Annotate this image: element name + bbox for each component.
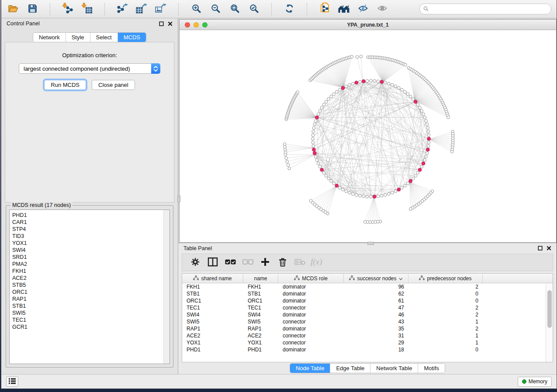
network-document-button[interactable] [318,3,331,16]
mcds-node[interactable] [422,162,425,165]
mcds-result-item[interactable]: SWI4 [12,247,170,254]
table-cell[interactable]: 0 [408,291,483,297]
mcds-result-item[interactable]: SWI5 [12,309,170,316]
column-header-name[interactable]: name [243,274,278,283]
table-cell[interactable]: ACE2 [182,333,243,339]
refresh-network-button[interactable] [283,3,296,16]
delete-column-button[interactable] [274,256,291,269]
table-cell[interactable]: FKH1 [182,284,243,290]
table-cell[interactable]: RAP1 [243,326,278,332]
mcds-node[interactable] [414,100,417,103]
run-mcds-button[interactable]: Run MCDS [44,80,86,90]
table-cell[interactable]: 61 [344,298,408,304]
save-session-button[interactable] [26,3,39,16]
table-cell[interactable]: YOX1 [243,340,278,346]
mcds-result-item[interactable]: CAR1 [12,219,170,226]
table-cell[interactable]: connector [278,340,344,346]
mcds-node[interactable] [397,188,401,191]
mcds-node[interactable] [313,151,316,155]
mcds-node[interactable] [380,80,384,84]
import-table-button[interactable] [80,3,93,16]
table-cell[interactable]: TEC1 [182,305,243,311]
table-row[interactable]: RAP1RAP1dominator352 [182,325,553,332]
zoom-in-button[interactable] [190,3,203,16]
table-cell[interactable]: dominator [278,326,344,332]
close-panel-icon[interactable] [168,21,173,26]
table-cell[interactable]: dominator [278,298,344,304]
table-cell[interactable]: dominator [278,284,344,290]
mcds-node[interactable] [312,148,316,151]
table-cell[interactable]: SWI5 [182,319,243,325]
search-input[interactable] [431,6,547,13]
zoom-fit-button[interactable] [228,3,241,16]
mcds-result-item[interactable]: YOX1 [12,240,170,247]
mcds-node[interactable] [355,81,358,84]
table-cell[interactable]: 1 [408,340,483,346]
mcds-node[interactable] [362,79,365,83]
export-network-button[interactable] [116,3,129,16]
mcds-result-item[interactable]: STB5 [12,282,170,289]
table-row[interactable]: SWI4SWI4dominator462 [182,311,553,318]
mcds-result-item[interactable]: PMA2 [12,261,170,268]
table-row[interactable]: SWI5SWI5connector431 [182,318,553,325]
tab-style[interactable]: Style [66,33,90,42]
zoom-out-button[interactable] [209,3,222,16]
table-row[interactable]: PHD1PHD1dominator180 [182,346,553,353]
table-row[interactable]: TEC1TEC1connector472 [182,304,553,311]
mcds-node[interactable] [335,184,339,187]
network-canvas[interactable] [180,30,556,242]
deselect-all-columns-button[interactable] [239,256,256,269]
export-table-button[interactable] [135,3,148,16]
close-window-icon[interactable] [185,22,190,28]
table-cell[interactable]: connector [278,305,344,311]
search-box[interactable] [419,3,551,14]
table-scrollbar-thumb[interactable] [547,290,552,328]
table-row[interactable]: ACE2ACE2connector311 [182,332,553,339]
add-column-button[interactable] [256,256,274,269]
mcds-result-item[interactable]: GCR1 [12,323,170,330]
mcds-result-list[interactable]: PHD1CAR1STP4TID3YOX1SWI4SRD1PMA2FKH1ACE2… [9,210,170,364]
mcds-result-item[interactable]: RAP1 [12,296,170,303]
mcds-node[interactable] [409,179,412,183]
table-row[interactable]: STB1STB1dominator620 [182,290,553,297]
optimization-criterion-select[interactable]: largest connected component (undirected) [19,63,160,74]
table-cell[interactable]: SWI5 [243,319,278,325]
result-list-scrollbar[interactable] [163,210,170,364]
mcds-result-item[interactable]: SRD1 [12,254,170,261]
table-cell[interactable]: RAP1 [182,326,243,332]
memory-button[interactable]: Memory [518,377,552,387]
table-cell[interactable]: 0 [408,298,483,304]
mcds-node[interactable] [426,148,430,151]
float-panel-icon[interactable] [159,21,164,26]
split-columns-button[interactable] [204,256,221,269]
column-header-predecessor-nodes[interactable]: predecessor nodes [408,274,483,283]
import-network-button[interactable] [61,3,74,16]
tab-network-table[interactable]: Network Table [370,364,418,373]
table-cell[interactable]: YOX1 [182,340,243,346]
mcds-node[interactable] [427,137,431,141]
tab-select[interactable]: Select [90,33,118,42]
table-cell[interactable]: 47 [344,305,408,311]
column-header-successor-nodes[interactable]: successor nodes [344,274,408,283]
tab-mcds[interactable]: MCDS [118,33,146,42]
open-session-button[interactable] [7,3,20,16]
houses-button[interactable] [337,3,350,16]
table-cell[interactable]: STB1 [243,291,278,297]
table-cell[interactable]: ACE2 [243,333,278,339]
table-cell[interactable]: PHD1 [182,347,243,353]
close-panel-button[interactable]: Close panel [92,80,135,90]
table-row[interactable]: YOX1YOX1connector291 [182,339,553,346]
tab-motifs[interactable]: Motifs [418,364,445,373]
table-cell[interactable]: 2 [408,284,483,290]
table-cell[interactable]: 35 [344,326,408,332]
table-cell[interactable]: 2 [408,326,483,332]
table-cell[interactable]: dominator [278,347,344,353]
table-row[interactable]: ORC1ORC1dominator610 [182,297,553,304]
table-cell[interactable]: dominator [278,312,344,318]
horizontal-splitter-handle[interactable] [367,242,374,245]
mcds-result-item[interactable]: FKH1 [12,268,170,275]
table-cell[interactable]: ORC1 [243,298,278,304]
table-cell[interactable]: FKH1 [243,284,278,290]
network-window-titlebar[interactable]: YPA_prune.txt_1 [180,20,556,30]
close-table-panel-icon[interactable] [547,246,551,251]
